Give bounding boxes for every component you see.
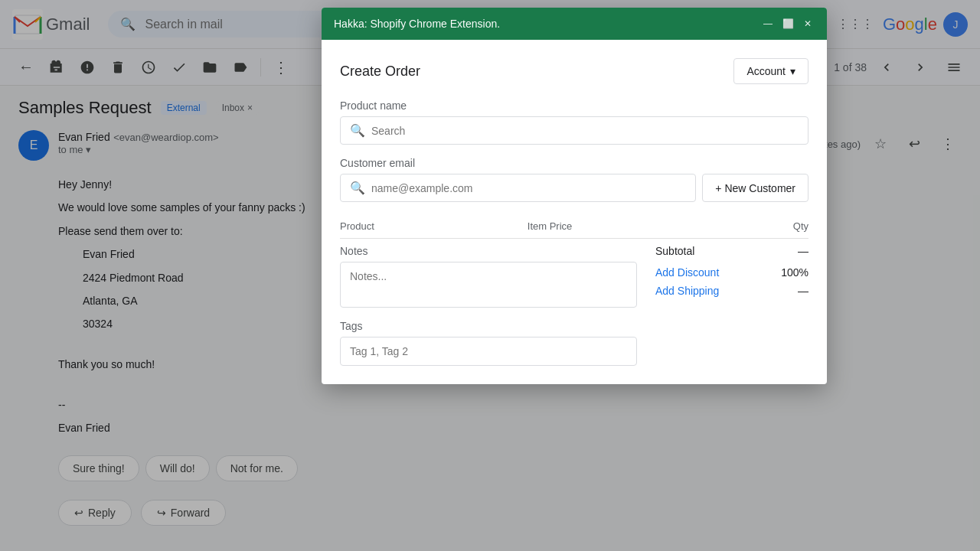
account-button[interactable]: Account ▾ — [733, 58, 808, 84]
modal-titlebar: Hakka: Shopify Chrome Extension. — ⬜ ✕ — [322, 8, 827, 40]
add-discount-link[interactable]: Add Discount — [655, 266, 719, 279]
customer-email-field[interactable] — [371, 182, 686, 194]
maximize-button[interactable]: ⬜ — [781, 17, 795, 31]
col-qty-label: Qty — [715, 220, 808, 232]
form-title: Create Order — [340, 64, 420, 80]
tags-label: Tags — [340, 320, 637, 332]
bottom-section: Notes Tags Subtotal — Add Discount 100% … — [340, 245, 808, 366]
modal-form-header: Create Order Account ▾ — [340, 58, 808, 84]
customer-email-label: Customer email — [340, 157, 808, 169]
product-search-wrap[interactable]: 🔍 — [340, 116, 808, 145]
modal-title: Hakka: Shopify Chrome Extension. — [334, 18, 500, 30]
col-price-label: Item Price — [528, 220, 715, 232]
notes-label: Notes — [340, 245, 637, 257]
modal-body: Create Order Account ▾ Product name 🔍 Cu… — [322, 40, 827, 384]
pricing-section: Subtotal — Add Discount 100% Add Shippin… — [655, 245, 808, 366]
product-search-input[interactable] — [371, 125, 799, 137]
customer-email-group: Customer email 🔍 + New Customer — [340, 157, 808, 202]
customer-search-icon: 🔍 — [350, 181, 365, 195]
discount-row: Add Discount 100% — [655, 266, 808, 279]
order-table-header: Product Item Price Qty — [340, 214, 808, 239]
subtotal-row: Subtotal — — [655, 245, 808, 257]
discount-value: 100% — [781, 266, 808, 279]
shopify-modal: Hakka: Shopify Chrome Extension. — ⬜ ✕ C… — [322, 8, 827, 384]
close-button[interactable]: ✕ — [801, 17, 815, 31]
customer-email-input-wrap[interactable]: 🔍 — [340, 174, 696, 202]
col-product-label: Product — [340, 220, 528, 232]
product-search-icon: 🔍 — [350, 123, 365, 138]
product-name-label: Product name — [340, 99, 808, 112]
subtotal-value: — — [798, 245, 808, 257]
chevron-down-icon: ▾ — [790, 65, 795, 77]
shipping-value: — — [798, 285, 808, 297]
subtotal-label: Subtotal — [655, 245, 694, 257]
add-shipping-link[interactable]: Add Shipping — [655, 285, 719, 297]
shipping-row: Add Shipping — — [655, 285, 808, 297]
customer-email-row: 🔍 + New Customer — [340, 174, 808, 202]
modal-controls: — ⬜ ✕ — [761, 17, 815, 31]
tags-input[interactable] — [340, 337, 637, 366]
minimize-button[interactable]: — — [761, 17, 775, 31]
product-name-group: Product name 🔍 — [340, 99, 808, 145]
notes-textarea[interactable] — [340, 262, 637, 308]
new-customer-button[interactable]: + New Customer — [702, 174, 808, 202]
notes-tags-section: Notes Tags — [340, 245, 637, 366]
